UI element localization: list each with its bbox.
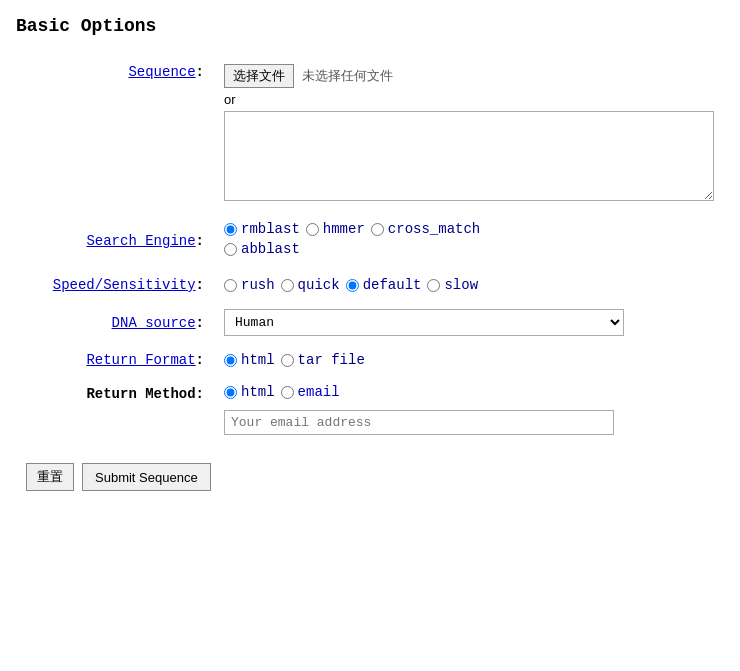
speed-quick[interactable]: quick (281, 277, 340, 293)
search-engine-abblast[interactable]: abblast (224, 241, 300, 257)
sequence-label-link[interactable]: Sequence (128, 64, 195, 80)
search-engine-cross-match[interactable]: cross_match (371, 221, 480, 237)
speed-sensitivity-label-link[interactable]: Speed/Sensitivity (53, 277, 196, 293)
speed-default[interactable]: default (346, 277, 422, 293)
sequence-textarea[interactable] (224, 111, 714, 201)
return-method-html[interactable]: html (224, 384, 275, 400)
no-file-text: 未选择任何文件 (302, 67, 393, 85)
search-engine-hmmer[interactable]: hmmer (306, 221, 365, 237)
speed-slow[interactable]: slow (427, 277, 478, 293)
dna-source-label-link[interactable]: DNA source (112, 315, 196, 331)
or-text: or (224, 92, 714, 107)
return-method-email[interactable]: email (281, 384, 340, 400)
return-format-label-link[interactable]: Return Format (86, 352, 195, 368)
email-input[interactable] (224, 410, 614, 435)
submit-button[interactable]: Submit Sequence (82, 463, 211, 491)
return-format-html[interactable]: html (224, 352, 275, 368)
dna-source-select[interactable]: Human Mouse Rat Other (224, 309, 624, 336)
reset-button[interactable]: 重置 (26, 463, 74, 491)
search-engine-label-link[interactable]: Search Engine (86, 233, 195, 249)
file-choose-button[interactable]: 选择文件 (224, 64, 294, 88)
return-method-label: Return Method (86, 386, 195, 402)
page-title: Basic Options (16, 16, 724, 36)
return-format-tar[interactable]: tar file (281, 352, 365, 368)
search-engine-rmblast[interactable]: rmblast (224, 221, 300, 237)
speed-rush[interactable]: rush (224, 277, 275, 293)
